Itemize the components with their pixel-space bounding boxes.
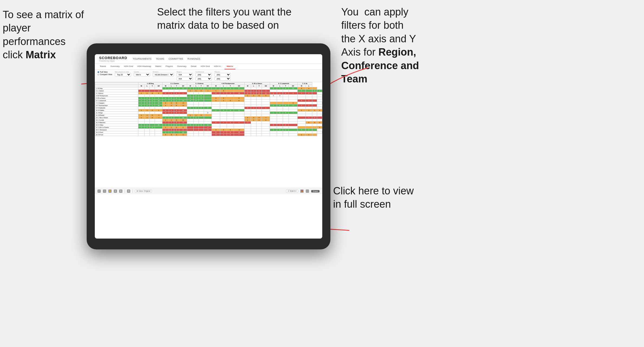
- sub-nav-players[interactable]: Players: [164, 64, 175, 69]
- nav-teams[interactable]: TEAMS: [156, 57, 164, 61]
- nav-tournaments[interactable]: TOURNAMENTS: [133, 57, 151, 61]
- sub-nav-h2h-h[interactable]: H2H H...: [212, 64, 225, 69]
- matrix-cell: [174, 114, 179, 117]
- matrix-cell: [317, 119, 322, 121]
- matrix-cell: -10: [234, 129, 244, 131]
- matrix-cell: [262, 129, 270, 131]
- matrix-cell: 0: [162, 109, 169, 112]
- nav-rankings[interactable]: RANKINGS: [187, 57, 200, 61]
- pan-icon[interactable]: ⊞: [119, 189, 122, 193]
- matrix-cell: [193, 121, 199, 124]
- matrix-cell: [244, 134, 251, 136]
- matrix-cell: 4: [251, 92, 256, 95]
- sub-nav-summary[interactable]: Summary: [108, 64, 122, 69]
- filter-players: Players (All) (All): [214, 71, 231, 81]
- matrix-cell: [244, 99, 251, 102]
- full-view-option[interactable]: Full View: [97, 71, 112, 73]
- conference-select[interactable]: (All): [196, 73, 212, 76]
- matrix-cell: 9: [204, 107, 212, 109]
- matrix-cell: [193, 104, 199, 107]
- matrix-cell: 1: [162, 126, 169, 129]
- matrix-cell: 1: [187, 114, 193, 117]
- matrix-cell: [193, 131, 199, 134]
- conference-select2[interactable]: (All): [196, 77, 212, 81]
- row-name: 18. C Sherwood: [95, 129, 138, 131]
- matrix-cell: [251, 99, 256, 102]
- share-button[interactable]: Share: [311, 190, 320, 192]
- matrix-cell: 0: [199, 97, 204, 99]
- matrix-cell: [212, 119, 220, 121]
- matrix-cell: [174, 131, 179, 134]
- players-select[interactable]: (All): [214, 73, 231, 76]
- matrix-cell: [256, 121, 262, 124]
- full-view-radio[interactable]: [97, 71, 99, 73]
- fullscreen-icon[interactable]: ⛶: [306, 189, 309, 193]
- matrix-cell: [251, 109, 256, 112]
- row-name: 16. K Vilips: [95, 124, 138, 126]
- matrix-cell: 2: [162, 104, 169, 107]
- gender-select[interactable]: Men's: [134, 73, 150, 76]
- max-players-select[interactable]: Top 25: [115, 73, 131, 76]
- sub-nav-teams[interactable]: Teams: [97, 64, 108, 69]
- division-select[interactable]: NCAA Division I: [153, 73, 174, 76]
- matrix-cell: [298, 119, 306, 121]
- matrix-cell: [270, 99, 277, 102]
- sub-nav-h2h-grid[interactable]: H2H Grid: [122, 64, 135, 69]
- matrix-cell: [305, 90, 312, 92]
- matrix-cell: [277, 121, 283, 124]
- matrix-cell: 0: [174, 104, 179, 107]
- matrix-cell: [277, 97, 283, 99]
- undo-icon[interactable]: ↩: [97, 189, 101, 193]
- matrix-cell: 1: [277, 92, 283, 95]
- hand-icon[interactable]: ✋: [108, 189, 112, 193]
- watch-button[interactable]: ⊙ Watch ▾: [286, 189, 298, 193]
- view-original-button[interactable]: ⊞ View: Original: [135, 189, 152, 193]
- region-select[interactable]: N/A: [177, 73, 193, 76]
- matrix-cell: -11: [204, 129, 212, 131]
- matrix-cell: [234, 102, 244, 104]
- matrix-cell: 0: [150, 117, 155, 119]
- sub-nav-detail[interactable]: Detail: [189, 64, 199, 69]
- sh-t5: T: [256, 85, 262, 87]
- matrix-cell: [305, 107, 312, 109]
- sub-nav-h2h-heatmap[interactable]: H2H Heatmap: [135, 64, 153, 69]
- gender-label: Gender: [134, 71, 150, 73]
- sub-nav-matrix[interactable]: Matrix: [153, 64, 164, 69]
- sub-nav-matrix-active[interactable]: Matrix: [225, 64, 235, 69]
- matrix-cell: [138, 129, 144, 131]
- matrix-cell: [138, 112, 144, 114]
- share-icon[interactable]: 📤: [300, 189, 304, 193]
- matrix-cell: [155, 126, 162, 129]
- sub-nav-h2h-grid2[interactable]: H2H Grid: [199, 64, 212, 69]
- matrix-cell: 0: [162, 92, 169, 95]
- matrix-cell: 2: [317, 126, 322, 129]
- players-select2[interactable]: (All): [214, 77, 231, 81]
- sub-nav-summary2[interactable]: Summary: [175, 64, 188, 69]
- settings-icon[interactable]: ⚙: [127, 189, 130, 193]
- redo-icon[interactable]: ↪: [103, 189, 106, 193]
- matrix-cell: [193, 119, 199, 121]
- matrix-cell: 0: [212, 134, 220, 136]
- matrix-cell: [298, 114, 306, 117]
- matrix-cell: 3: [169, 129, 174, 131]
- compact-view-option[interactable]: Compact View: [97, 73, 112, 75]
- zoom-icon[interactable]: ⊕: [114, 189, 117, 193]
- region-select2[interactable]: N/A: [177, 77, 193, 81]
- matrix-cell: [220, 95, 227, 97]
- matrix-cell: [312, 102, 317, 104]
- sh-l3: L: [193, 85, 199, 87]
- matrix-cell: 5: [138, 104, 144, 107]
- matrix-cell: 1: [138, 92, 144, 95]
- matrix-cell: 0: [199, 114, 204, 117]
- matrix-cell: [204, 117, 212, 119]
- matrix-cell: [283, 95, 288, 97]
- matrix-cell: [138, 119, 144, 121]
- matrix-content: 1. W Ding 2. L Clanton 3. J Koivun 4. M …: [95, 82, 322, 188]
- compact-view-radio[interactable]: [97, 74, 99, 75]
- matrix-cell: [150, 95, 155, 97]
- row-name: 7. G Sargent: [95, 102, 138, 104]
- matrix-cell: 0: [174, 121, 179, 124]
- filter-conference: Conference (All) (All): [196, 71, 212, 81]
- nav-committee[interactable]: COMMITTEE: [168, 57, 183, 61]
- matrix-cell: 1: [212, 109, 220, 112]
